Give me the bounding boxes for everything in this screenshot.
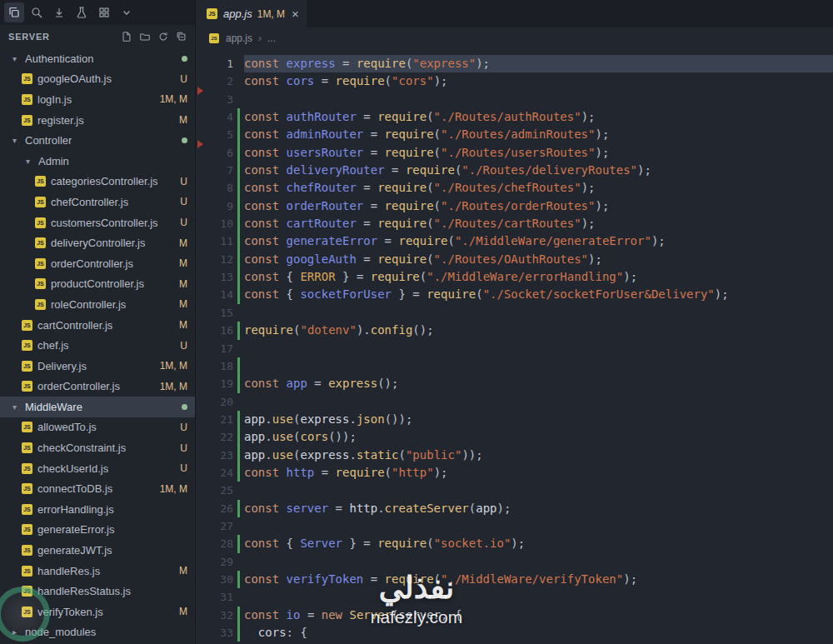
tree-folder-Controller[interactable]: ▾Controller xyxy=(0,130,195,151)
code-line-33[interactable]: 33 cors: { xyxy=(197,624,833,642)
code-line-17[interactable]: 17 xyxy=(197,340,833,357)
file-tree: ▾AuthenticationJSgoogleOAuth.jsUJSlogIn.… xyxy=(0,48,195,644)
tree-file-Delivery.js[interactable]: JSDelivery.js1M, M xyxy=(0,356,195,377)
code-line-4[interactable]: 4const authRouter = require("./Routes/au… xyxy=(197,108,833,126)
tree-file-handleResStatus.js[interactable]: JShandleResStatus.js xyxy=(0,581,195,602)
git-gutter xyxy=(233,322,244,339)
code-line-29[interactable]: 29 xyxy=(197,553,833,571)
code-line-13[interactable]: 13const { ERROR } = require("./MiddleWar… xyxy=(197,268,833,286)
close-icon[interactable]: × xyxy=(292,7,299,21)
search-icon[interactable] xyxy=(27,2,47,22)
code-line-32[interactable]: 32const io = new Server(server, { xyxy=(197,607,833,624)
code-line-9[interactable]: 9const orderRouter = require("./Routes/o… xyxy=(197,197,833,215)
code-line-23[interactable]: 23app.use(express.static("public")); xyxy=(197,447,833,464)
breadcrumb[interactable]: JS app.js › ... xyxy=(197,27,833,48)
code-line-15[interactable]: 15 xyxy=(197,304,833,322)
tree-file-orderController.js[interactable]: JSorderController.js1M, M xyxy=(0,377,195,397)
tree-file-verifyToken.js[interactable]: JSverifyToken.jsM xyxy=(0,602,195,622)
git-status-badge: U xyxy=(180,422,187,433)
tree-file-categoriesController.js[interactable]: JScategoriesController.jsU xyxy=(0,172,195,192)
git-status-badge: M xyxy=(179,114,187,126)
tree-file-register.js[interactable]: JSregister.jsM xyxy=(0,110,195,131)
chevron-down-icon[interactable] xyxy=(117,2,137,22)
code-line-21[interactable]: 21app.use(express.json()); xyxy=(197,411,833,428)
tree-file-handleRes.js[interactable]: JShandleRes.jsM xyxy=(0,561,195,582)
code-line-16[interactable]: 16require("dotenv").config(); xyxy=(197,322,833,339)
code-line-19[interactable]: 19const app = express(); xyxy=(197,375,833,392)
code-line-1[interactable]: 1const express = require("express"); xyxy=(197,55,833,72)
chevron-icon: ▾ xyxy=(8,136,21,145)
tree-file-productController.js[interactable]: JSproductController.jsM xyxy=(0,274,195,295)
tree-file-connectToDB.js[interactable]: JSconnectToDB.js1M, M xyxy=(0,478,195,499)
new-folder-icon[interactable] xyxy=(137,28,153,45)
code-line-10[interactable]: 10const cartRouter = require("./Routes/c… xyxy=(197,215,833,232)
code-line-12[interactable]: 12const googleAuth = require("./Routes/O… xyxy=(197,251,833,268)
git-status-badge: U xyxy=(180,340,187,352)
explorer-header: SERVER xyxy=(0,25,195,48)
git-status-badge: U xyxy=(180,462,187,474)
code-line-14[interactable]: 14const { socketForUser } = require("./S… xyxy=(197,286,833,303)
code-line-30[interactable]: 30const verifyToken = require("./MiddleW… xyxy=(197,571,833,588)
tree-item-label: allowedTo.js xyxy=(37,421,97,433)
tree-file-googleOAuth.js[interactable]: JSgoogleOAuth.jsU xyxy=(0,69,195,90)
code-line-25[interactable]: 25 xyxy=(197,482,833,499)
tree-file-checkUserId.js[interactable]: JScheckUserId.jsU xyxy=(0,458,195,479)
tree-file-generateJWT.js[interactable]: JSgenerateJWT.js xyxy=(0,540,195,561)
line-number: 14 xyxy=(197,286,233,303)
code-line-24[interactable]: 24const http = require("http"); xyxy=(197,464,833,482)
git-status-badge: M xyxy=(179,237,187,249)
code-line-27[interactable]: 27 xyxy=(197,517,833,535)
collapse-all-icon[interactable] xyxy=(173,28,190,45)
tree-folder-node_modules[interactable]: ▸node_modules xyxy=(0,622,195,643)
new-file-icon[interactable] xyxy=(118,28,135,45)
tree-file-customersController.js[interactable]: JScustomersController.jsU xyxy=(0,212,195,233)
code-line-11[interactable]: 11const generateError = require("./Middl… xyxy=(197,232,833,250)
tree-file-cartController.js[interactable]: JScartController.jsM xyxy=(0,315,195,336)
code-line-2[interactable]: 2const cors = require("cors"); xyxy=(197,72,833,90)
tree-item-label: orderController.js xyxy=(51,257,133,270)
tree-file-orderController.js[interactable]: JSorderController.jsM xyxy=(0,253,195,274)
tree-file-allowedTo.js[interactable]: JSallowedTo.jsU xyxy=(0,417,195,438)
breadcrumb-more[interactable]: ... xyxy=(267,32,276,44)
tree-item-label: generateJWT.js xyxy=(37,544,112,557)
tree-file-roleController.js[interactable]: JSroleController.jsM xyxy=(0,294,195,315)
code-line-31[interactable]: 31 xyxy=(197,588,833,606)
line-number: 22 xyxy=(197,428,233,446)
tree-file-checkConstraint.js[interactable]: JScheckConstraint.jsU xyxy=(0,437,195,458)
code-line-7[interactable]: 7const deliveryRouter = require("./Route… xyxy=(197,162,833,179)
tree-item-label: handleResStatus.js xyxy=(37,585,131,597)
code-line-6[interactable]: 6const usersRouter = require("./Routes/u… xyxy=(197,144,833,162)
tree-file-deliveryController.js[interactable]: JSdeliveryController.jsM xyxy=(0,232,195,253)
tree-folder-MiddleWare[interactable]: ▾MiddleWare xyxy=(0,397,195,417)
grid-icon[interactable] xyxy=(94,2,114,22)
code-line-28[interactable]: 28const { Server } = require("socket.io"… xyxy=(197,535,833,552)
breadcrumb-file[interactable]: app.js xyxy=(226,32,252,44)
line-number: 28 xyxy=(197,535,233,552)
git-gutter xyxy=(233,304,244,322)
beaker-icon[interactable] xyxy=(72,2,92,22)
js-file-icon: JS xyxy=(22,381,32,392)
tab-appjs[interactable]: JS app.js 1M, M × xyxy=(197,0,308,27)
tree-file-generateError.js[interactable]: JSgenerateError.js xyxy=(0,520,195,541)
code-text: const generateError = require("./MiddleW… xyxy=(244,232,833,250)
tree-file-logIn.js[interactable]: JSlogIn.js1M, M xyxy=(0,89,195,110)
tree-folder-Admin[interactable]: ▾Admin xyxy=(0,151,195,172)
tree-item-label: checkUserId.js xyxy=(37,462,108,475)
code-line-26[interactable]: 26const server = http.createServer(app); xyxy=(197,500,833,517)
line-number: 17 xyxy=(197,340,233,357)
tree-file-errorHandling.js[interactable]: JSerrorHandling.js xyxy=(0,499,195,520)
git-gutter xyxy=(233,126,244,143)
code-line-20[interactable]: 20 xyxy=(197,393,833,411)
code-lines: 1const express = require("express");2con… xyxy=(197,48,833,644)
download-icon[interactable] xyxy=(49,2,69,22)
tree-file-chefController.js[interactable]: JSchefController.jsU xyxy=(0,192,195,212)
code-line-22[interactable]: 22app.use(cors()); xyxy=(197,428,833,446)
copy-pages-icon[interactable] xyxy=(4,2,24,22)
tree-folder-Authentication[interactable]: ▾Authentication xyxy=(0,48,195,69)
code-line-8[interactable]: 8const chefRouter = require("./Routes/ch… xyxy=(197,179,833,197)
refresh-icon[interactable] xyxy=(155,28,172,45)
code-line-3[interactable]: 3 xyxy=(197,91,833,108)
code-line-18[interactable]: 18 xyxy=(197,357,833,375)
tree-file-chef.js[interactable]: JSchef.jsU xyxy=(0,335,195,356)
code-line-5[interactable]: 5const adminRouter = require("./Routes/a… xyxy=(197,126,833,143)
